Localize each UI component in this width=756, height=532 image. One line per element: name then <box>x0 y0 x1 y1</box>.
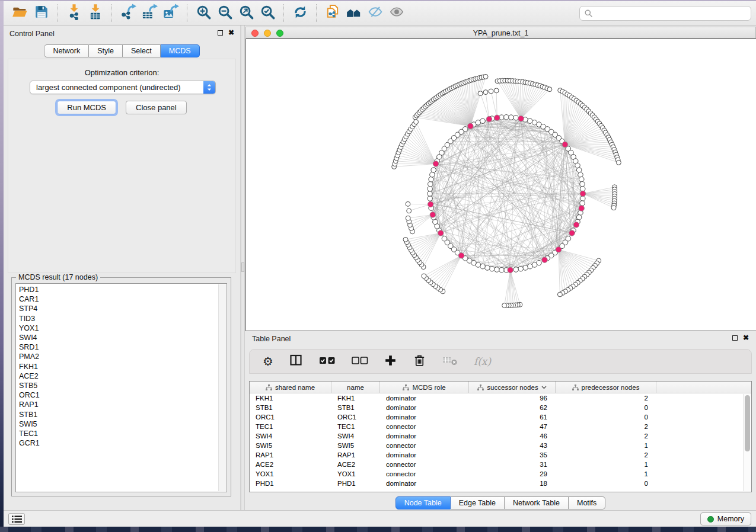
tab-style[interactable]: Style <box>89 44 123 57</box>
export-table-button[interactable] <box>139 4 160 23</box>
mcds-node-item[interactable]: YOX1 <box>19 323 227 333</box>
splitter-grip[interactable] <box>241 262 244 272</box>
float-panel-icon[interactable] <box>218 30 223 36</box>
panel-splitter[interactable] <box>241 25 245 510</box>
table-cell[interactable]: 2 <box>556 451 656 459</box>
column-layout-button[interactable] <box>289 354 303 369</box>
table-cell[interactable]: 1 <box>556 470 656 477</box>
mcds-hub-node[interactable] <box>468 123 474 129</box>
table-row[interactable]: ORC1ORC1dominator610 <box>250 412 751 422</box>
table-cell[interactable]: RAP1 <box>331 451 380 459</box>
table-cell[interactable]: YOX1 <box>331 470 380 477</box>
mcds-node-item[interactable]: CAR1 <box>19 294 227 304</box>
column-header-successor-nodes[interactable]: successor nodes <box>469 382 556 393</box>
table-cell[interactable]: YOX1 <box>250 470 331 477</box>
float-table-panel-icon[interactable] <box>732 335 738 341</box>
memory-button[interactable]: Memory <box>700 512 751 525</box>
mcds-node-item[interactable]: TID3 <box>19 314 227 323</box>
export-image-button[interactable] <box>160 4 181 23</box>
mcds-result-list[interactable]: PHD1CAR1STP4TID3YOX1SWI4SRD1PMA2FKH1ACE2… <box>15 283 227 492</box>
table-cell[interactable]: 0 <box>556 480 656 487</box>
mcds-node-item[interactable]: STP4 <box>19 304 227 313</box>
table-cell[interactable]: PHD1 <box>250 480 331 487</box>
tab-motifs[interactable]: Motifs <box>569 496 605 509</box>
table-cell[interactable]: PHD1 <box>331 480 380 487</box>
table-cell[interactable]: STB1 <box>331 404 380 411</box>
mcds-node-item[interactable]: PHD1 <box>19 285 227 294</box>
mcds-hub-node[interactable] <box>579 206 585 211</box>
tab-mcds[interactable]: MCDS <box>161 44 200 57</box>
add-column-button[interactable] <box>384 354 397 369</box>
mcds-hub-node[interactable] <box>518 116 524 121</box>
mcds-hub-node[interactable] <box>580 191 586 197</box>
delete-column-button[interactable] <box>413 354 426 370</box>
export-network-button[interactable] <box>117 4 139 23</box>
network-graph[interactable] <box>246 39 756 331</box>
table-cell[interactable]: 1 <box>556 461 656 468</box>
search-input[interactable] <box>596 9 751 18</box>
show-all-button[interactable] <box>386 4 407 23</box>
import-table-button[interactable] <box>85 4 106 23</box>
mcds-node-item[interactable]: TEC1 <box>19 429 227 438</box>
table-cell[interactable]: 61 <box>469 414 556 421</box>
table-settings-button[interactable]: ⚙ <box>263 355 273 368</box>
mcds-hub-node[interactable] <box>542 257 548 263</box>
tab-network-table[interactable]: Network Table <box>505 496 569 509</box>
table-row[interactable]: STB1STB1dominator620 <box>250 403 751 412</box>
mcds-hub-node[interactable] <box>562 142 568 148</box>
mcds-node-item[interactable]: RAP1 <box>19 400 227 409</box>
table-cell[interactable]: 29 <box>469 470 556 477</box>
task-history-button[interactable] <box>8 513 25 525</box>
table-cell[interactable]: dominator <box>380 395 469 402</box>
close-panel-icon[interactable]: ✖ <box>228 30 234 36</box>
mcds-node-item[interactable]: STB5 <box>19 381 227 390</box>
deselect-all-rows-button[interactable] <box>352 356 368 367</box>
table-cell[interactable]: ACE2 <box>331 461 380 468</box>
zoom-selected-button[interactable] <box>257 4 278 23</box>
mcds-hub-node[interactable] <box>438 230 444 236</box>
mcds-hub-node[interactable] <box>494 115 500 121</box>
table-cell[interactable]: STB1 <box>250 404 331 411</box>
table-cell[interactable]: 96 <box>469 395 556 402</box>
mcds-hub-node[interactable] <box>556 247 562 253</box>
close-panel-button[interactable]: Close panel <box>126 101 187 114</box>
table-cell[interactable]: 62 <box>469 404 556 411</box>
table-cell[interactable]: 0 <box>556 414 656 421</box>
table-cell[interactable]: TEC1 <box>250 423 331 430</box>
mcds-hub-node[interactable] <box>428 201 433 207</box>
mcds-node-item[interactable]: ORC1 <box>19 390 227 400</box>
table-row[interactable]: RAP1RAP1dominator352 <box>250 450 751 460</box>
table-cell[interactable]: 2 <box>556 395 656 402</box>
tab-select[interactable]: Select <box>123 44 161 57</box>
table-scrollbar-thumb[interactable] <box>745 395 750 451</box>
table-cell[interactable]: dominator <box>380 404 469 411</box>
mcds-hub-node[interactable] <box>458 253 464 259</box>
table-cell[interactable]: 47 <box>469 423 556 430</box>
mcds-hub-node[interactable] <box>430 212 436 218</box>
duplicate-network-button[interactable] <box>322 4 343 23</box>
mcds-hub-node[interactable] <box>433 161 439 167</box>
table-cell[interactable]: TEC1 <box>331 423 380 430</box>
mcds-node-item[interactable]: FKH1 <box>19 362 227 371</box>
save-session-button[interactable] <box>31 4 52 23</box>
table-cell[interactable]: 2 <box>556 423 656 430</box>
table-cell[interactable]: ORC1 <box>250 414 331 421</box>
criterion-dropdown[interactable]: largest connected component (undirected) <box>30 81 216 94</box>
mcds-node-item[interactable]: PMA2 <box>19 352 227 361</box>
network-canvas[interactable] <box>245 39 756 331</box>
import-network-button[interactable] <box>63 4 85 23</box>
table-cell[interactable]: 46 <box>469 432 556 440</box>
table-cell[interactable]: 2 <box>556 432 656 440</box>
table-cell[interactable]: dominator <box>380 414 469 421</box>
table-cell[interactable]: 31 <box>469 461 556 468</box>
select-all-rows-button[interactable] <box>319 356 336 367</box>
mcds-node-item[interactable]: SWI4 <box>19 333 227 342</box>
open-file-button[interactable] <box>9 4 31 23</box>
column-header-shared-name[interactable]: shared name <box>250 382 331 393</box>
first-neighbors-button[interactable] <box>343 4 365 23</box>
table-row[interactable]: FKH1FKH1dominator962 <box>250 393 751 403</box>
table-cell[interactable]: ORC1 <box>331 414 380 421</box>
zoom-fit-button[interactable] <box>235 4 257 23</box>
table-scrollbar[interactable] <box>743 394 751 491</box>
hide-selected-button[interactable] <box>365 4 386 23</box>
